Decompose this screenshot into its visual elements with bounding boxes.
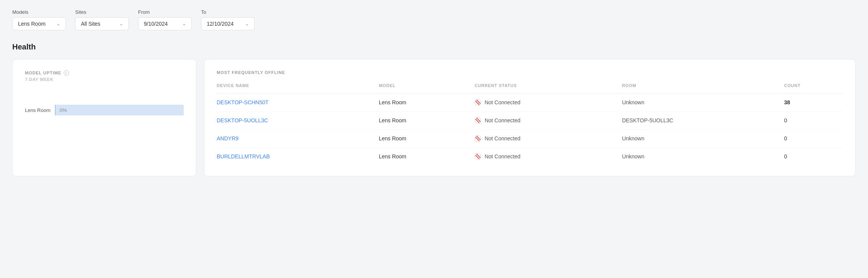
status-text: Not Connected: [484, 153, 520, 160]
filters-row: Models Lens Room ⌄ Sites All Sites ⌄ Fro…: [12, 9, 856, 30]
sites-filter-group: Sites All Sites ⌄: [75, 9, 129, 30]
col-header-model: MODEL: [379, 83, 475, 94]
model-cell: Lens Room: [379, 148, 475, 166]
uptime-row: Lens Room 0%: [25, 105, 184, 115]
model-cell: Lens Room: [379, 94, 475, 112]
to-value: 12/10/2024: [207, 21, 234, 27]
room-cell: Unknown: [622, 130, 784, 148]
status-cell: Not Connected: [474, 94, 622, 112]
sites-label: Sites: [75, 9, 129, 15]
not-connected-icon: [474, 135, 481, 142]
uptime-bar-track: 0%: [56, 105, 184, 115]
page-wrapper: Models Lens Room ⌄ Sites All Sites ⌄ Fro…: [0, 0, 868, 186]
models-filter-group: Models Lens Room ⌄: [12, 9, 66, 30]
not-connected-icon: [474, 117, 481, 124]
from-value: 9/10/2024: [144, 21, 168, 27]
status-text: Not Connected: [484, 135, 520, 141]
col-header-count: COUNT: [784, 83, 843, 94]
section-title: Health: [12, 43, 856, 51]
cards-row: MODEL UPTIME i 7-DAY WEEK Lens Room 0% M…: [12, 59, 856, 176]
status-cell: Not Connected: [474, 148, 622, 166]
from-label: From: [138, 9, 192, 15]
models-label: Models: [12, 9, 66, 15]
svg-point-6: [475, 135, 481, 141]
count-value: 38: [784, 99, 790, 105]
device-link[interactable]: DESKTOP-5UOLL3C: [217, 117, 268, 123]
offline-table-header: DEVICE NAME MODEL CURRENT STATUS ROOM CO…: [217, 83, 843, 94]
svg-point-9: [475, 153, 481, 160]
offline-card: MOST FREQUENTLY OFFLINE DEVICE NAME MODE…: [204, 59, 856, 176]
uptime-room-label: Lens Room: [25, 107, 50, 113]
models-value: Lens Room: [18, 21, 46, 27]
to-label: To: [201, 9, 255, 15]
not-connected-icon: [474, 99, 481, 106]
count-cell: 0: [784, 130, 843, 148]
from-dropdown[interactable]: 9/10/2024 ⌄: [138, 17, 192, 30]
table-row: DESKTOP-5UOLL3CLens Room Not ConnectedDE…: [217, 112, 843, 130]
status-cell: Not Connected: [474, 130, 622, 148]
count-cell: 0: [784, 148, 843, 166]
uptime-sublabel: 7-DAY WEEK: [25, 77, 184, 82]
count-cell: 38: [784, 94, 843, 112]
to-dropdown[interactable]: 12/10/2024 ⌄: [201, 17, 255, 30]
from-chevron-icon: ⌄: [182, 21, 186, 26]
status-cell: Not Connected: [474, 112, 622, 130]
col-header-status: CURRENT STATUS: [474, 83, 622, 94]
to-chevron-icon: ⌄: [245, 21, 249, 26]
uptime-card: MODEL UPTIME i 7-DAY WEEK Lens Room 0%: [12, 59, 196, 176]
status-text: Not Connected: [484, 117, 520, 123]
col-header-room: ROOM: [622, 83, 784, 94]
sites-value: All Sites: [81, 21, 100, 27]
models-dropdown[interactable]: Lens Room ⌄: [12, 17, 66, 30]
model-cell: Lens Room: [379, 112, 475, 130]
svg-point-0: [475, 99, 481, 105]
models-chevron-icon: ⌄: [56, 21, 60, 26]
not-connected-icon: [474, 153, 481, 160]
col-header-device: DEVICE NAME: [217, 83, 379, 94]
info-icon[interactable]: i: [64, 70, 69, 76]
svg-point-3: [475, 117, 481, 123]
table-row: BURLDELLMTRVLABLens Room Not ConnectedUn…: [217, 148, 843, 166]
status-text: Not Connected: [484, 99, 520, 105]
sites-dropdown[interactable]: All Sites ⌄: [75, 17, 129, 30]
uptime-percent: 0%: [59, 107, 67, 113]
room-cell: Unknown: [622, 94, 784, 112]
model-cell: Lens Room: [379, 130, 475, 148]
device-link[interactable]: DESKTOP-SCHN50T: [217, 99, 268, 105]
room-cell: DESKTOP-5UOLL3C: [622, 112, 784, 130]
count-cell: 0: [784, 112, 843, 130]
offline-table-body: DESKTOP-SCHN50TLens Room Not ConnectedUn…: [217, 94, 843, 166]
table-row: ANDYR9Lens Room Not ConnectedUnknown0: [217, 130, 843, 148]
sites-chevron-icon: ⌄: [119, 21, 123, 26]
uptime-label: MODEL UPTIME i: [25, 70, 184, 76]
offline-label: MOST FREQUENTLY OFFLINE: [217, 70, 843, 75]
from-filter-group: From 9/10/2024 ⌄: [138, 9, 192, 30]
uptime-bar-container: 0%: [55, 105, 184, 115]
to-filter-group: To 12/10/2024 ⌄: [201, 9, 255, 30]
table-row: DESKTOP-SCHN50TLens Room Not ConnectedUn…: [217, 94, 843, 112]
device-link[interactable]: BURLDELLMTRVLAB: [217, 153, 270, 160]
room-cell: Unknown: [622, 148, 784, 166]
device-link[interactable]: ANDYR9: [217, 135, 239, 141]
offline-table: DEVICE NAME MODEL CURRENT STATUS ROOM CO…: [217, 83, 843, 165]
